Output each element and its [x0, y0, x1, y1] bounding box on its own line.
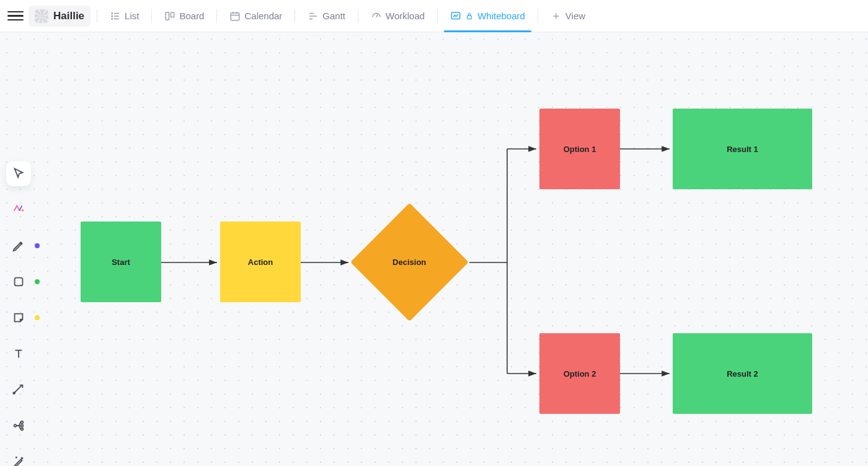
tab-workload[interactable]: Workload	[365, 4, 431, 28]
tool-magic[interactable]	[6, 449, 31, 466]
tab-label: Whiteboard	[477, 11, 525, 21]
node-option-1[interactable]: Option 1	[539, 109, 620, 189]
node-result-1[interactable]: Result 1	[673, 109, 812, 189]
node-label: Result 1	[727, 145, 758, 154]
menu-button[interactable]	[7, 8, 24, 24]
color-indicator	[35, 243, 40, 248]
space-badge-icon	[35, 9, 48, 23]
color-indicator	[35, 315, 40, 320]
node-label: Result 2	[727, 369, 758, 379]
svg-point-25	[21, 421, 24, 424]
divider	[97, 9, 97, 23]
tool-ai[interactable]	[6, 197, 31, 222]
tab-label: Board	[179, 11, 204, 21]
tab-list[interactable]: List	[104, 4, 145, 28]
whiteboard-icon	[450, 11, 461, 22]
color-indicator	[35, 279, 40, 284]
svg-rect-20	[15, 278, 23, 286]
tool-pen[interactable]	[6, 233, 31, 258]
divider	[294, 9, 295, 23]
add-view-button[interactable]: View	[544, 4, 591, 28]
svg-line-15	[376, 14, 378, 17]
whiteboard-toolbar	[5, 161, 32, 466]
tab-gantt[interactable]: Gantt	[301, 4, 352, 28]
tab-board[interactable]: Board	[158, 4, 210, 28]
node-decision[interactable]: Decision	[350, 203, 468, 321]
tool-select[interactable]	[6, 161, 31, 186]
node-option-2[interactable]: Option 2	[539, 333, 620, 414]
node-label: Option 2	[564, 369, 596, 379]
tab-label: Calendar	[244, 11, 282, 21]
svg-point-4	[112, 16, 113, 17]
board-icon	[164, 11, 175, 22]
divider	[216, 9, 217, 23]
node-label: Start	[112, 258, 130, 267]
tab-whiteboard[interactable]: Whiteboard	[444, 4, 531, 28]
svg-rect-17	[467, 16, 472, 19]
svg-point-3	[112, 12, 113, 14]
svg-rect-6	[166, 12, 169, 20]
divider	[151, 9, 152, 23]
space-name: Haillie	[53, 10, 84, 22]
tab-label: Workload	[386, 11, 425, 21]
node-label: Option 1	[564, 145, 596, 154]
tool-connector[interactable]	[6, 377, 31, 402]
node-label: Decision	[392, 258, 426, 267]
divider	[437, 9, 438, 23]
tab-label: Gantt	[322, 11, 345, 21]
node-label: Action	[248, 258, 273, 267]
space-chip[interactable]: Haillie	[29, 6, 91, 27]
lock-icon	[465, 12, 474, 20]
calendar-icon	[229, 11, 241, 22]
list-icon	[110, 11, 121, 22]
workload-icon	[371, 11, 382, 22]
divider	[538, 9, 538, 23]
svg-point-5	[112, 18, 113, 19]
tool-shape[interactable]	[6, 269, 31, 294]
plus-icon	[551, 11, 562, 22]
svg-point-27	[21, 428, 24, 431]
svg-rect-8	[231, 12, 240, 20]
gantt-icon	[308, 11, 319, 22]
node-action[interactable]: Action	[220, 222, 301, 302]
node-start[interactable]: Start	[81, 222, 161, 302]
svg-point-24	[14, 424, 17, 427]
tab-label: List	[125, 11, 139, 21]
tool-sticky[interactable]	[6, 305, 31, 330]
svg-point-26	[21, 424, 24, 427]
svg-rect-7	[171, 12, 174, 17]
tab-label: View	[565, 11, 585, 21]
whiteboard-canvas[interactable]: Start Action Decision Option 1 Option 2 …	[0, 32, 868, 466]
tool-text[interactable]	[6, 341, 31, 366]
top-bar: Haillie List Board Calendar Gantt Worklo	[0, 0, 868, 32]
tab-calendar[interactable]: Calendar	[223, 4, 288, 28]
tool-mindmap[interactable]	[6, 413, 31, 438]
divider	[358, 9, 358, 23]
node-result-2[interactable]: Result 2	[673, 333, 812, 414]
svg-point-23	[13, 392, 15, 394]
